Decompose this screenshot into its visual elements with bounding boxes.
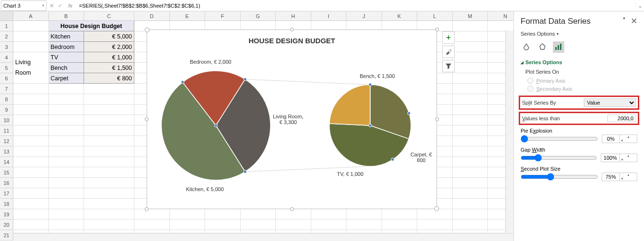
cell[interactable] <box>13 188 49 199</box>
chart-plot-area[interactable]: Bedroom, € 2,000Living Room,€ 3,300Kitch… <box>147 45 437 202</box>
cell[interactable]: € 1,500 <box>84 63 134 73</box>
col-header[interactable]: L <box>417 11 453 20</box>
cell[interactable] <box>205 209 241 220</box>
col-header[interactable]: F <box>205 11 241 20</box>
chart-styles-button[interactable]: 🖌 <box>442 46 455 58</box>
col-header[interactable]: M <box>453 11 488 20</box>
cell[interactable] <box>84 94 134 105</box>
expand-formula-icon[interactable]: ⌄ <box>635 2 644 9</box>
values-less-than-input[interactable] <box>607 115 636 122</box>
cell[interactable] <box>241 209 276 220</box>
second-plot-size-value[interactable]: 75%▲▼ <box>602 173 637 181</box>
col-header[interactable]: E <box>170 11 205 20</box>
formula-input[interactable] <box>76 3 635 9</box>
cell[interactable] <box>84 199 134 209</box>
row-header[interactable]: 10 <box>0 115 13 125</box>
row-header[interactable]: 19 <box>0 209 13 220</box>
cell[interactable] <box>13 42 49 52</box>
merged-cell[interactable]: LivingRoom <box>13 52 49 84</box>
cell[interactable]: House Design Budget <box>49 21 135 31</box>
cell[interactable] <box>13 209 49 220</box>
pie-explosion-value[interactable]: 0%▲▼ <box>602 135 637 143</box>
cell[interactable] <box>453 178 488 188</box>
cell[interactable] <box>241 220 276 230</box>
col-header[interactable]: B <box>49 11 84 20</box>
fx-icon[interactable]: fx <box>68 3 73 9</box>
cell[interactable] <box>49 115 84 125</box>
split-series-by-select[interactable]: Value <box>584 98 636 107</box>
row-header[interactable]: 16 <box>0 178 13 188</box>
cell[interactable] <box>453 199 488 209</box>
cell[interactable] <box>13 84 49 94</box>
resize-handle[interactable] <box>290 207 294 211</box>
row-header[interactable]: 18 <box>0 199 13 209</box>
cell[interactable] <box>170 209 205 220</box>
cell[interactable]: Kitchen <box>49 31 84 42</box>
pane-subtitle[interactable]: Series Options <box>521 31 637 37</box>
effects-icon[interactable] <box>537 41 548 53</box>
cell[interactable] <box>49 125 84 136</box>
cell[interactable] <box>453 52 488 63</box>
cell[interactable] <box>13 146 49 157</box>
cell[interactable] <box>49 167 84 178</box>
name-box[interactable]: Chart 3 ▾ <box>1 0 47 11</box>
cell[interactable] <box>205 220 241 230</box>
row-header[interactable]: 20 <box>0 220 13 230</box>
cell[interactable] <box>417 220 453 230</box>
cell[interactable] <box>311 220 347 230</box>
col-header[interactable]: G <box>241 11 276 20</box>
cell[interactable] <box>49 209 84 220</box>
chevron-down-icon[interactable]: ▾ <box>42 3 44 8</box>
chart-title[interactable]: HOUSE DESIGN BUDGET <box>147 37 437 45</box>
row-header[interactable]: 7 <box>0 84 13 94</box>
cell[interactable] <box>84 115 134 125</box>
cell[interactable] <box>49 146 84 157</box>
cell[interactable]: Bench <box>49 63 84 73</box>
cell[interactable] <box>13 31 49 42</box>
cell[interactable] <box>453 146 488 157</box>
cell[interactable] <box>49 105 84 115</box>
data-label[interactable]: Bedroom, € 2,000 <box>190 59 231 65</box>
cell[interactable] <box>170 220 205 230</box>
cell[interactable] <box>49 220 84 230</box>
row-header[interactable]: 12 <box>0 136 13 146</box>
cell[interactable] <box>49 188 84 199</box>
row-header[interactable]: 17 <box>0 188 13 199</box>
cell[interactable]: € 800 <box>84 73 134 84</box>
data-label[interactable]: Bench, € 1,500 <box>360 73 395 79</box>
row-header[interactable]: 1 <box>0 21 13 31</box>
cell[interactable] <box>13 115 49 125</box>
cell[interactable] <box>13 94 49 105</box>
cell[interactable] <box>134 220 170 230</box>
cell[interactable] <box>84 209 134 220</box>
cell[interactable] <box>382 209 418 220</box>
cell[interactable] <box>453 167 488 178</box>
gap-width-value[interactable]: 100%▲▼ <box>601 154 637 162</box>
cell[interactable] <box>84 146 134 157</box>
second-plot-size-slider[interactable] <box>521 173 598 181</box>
resize-handle[interactable] <box>145 207 149 211</box>
close-icon[interactable]: ✕ <box>631 16 637 26</box>
col-header[interactable]: H <box>276 11 311 20</box>
cell[interactable] <box>13 125 49 136</box>
cell[interactable] <box>276 209 311 220</box>
row-header[interactable]: 9 <box>0 105 13 115</box>
cell[interactable] <box>84 125 134 136</box>
cell[interactable] <box>13 157 49 167</box>
cell[interactable] <box>453 188 488 199</box>
cell[interactable] <box>453 157 488 167</box>
row-header[interactable]: 6 <box>0 73 13 84</box>
cell[interactable] <box>49 178 84 188</box>
cell[interactable] <box>13 21 49 31</box>
cell[interactable] <box>453 31 488 42</box>
cell[interactable] <box>13 105 49 115</box>
row-header[interactable]: 14 <box>0 157 13 167</box>
cell[interactable] <box>453 21 488 31</box>
data-label[interactable]: Carpet, € 800 <box>406 152 437 163</box>
cell[interactable] <box>453 42 488 52</box>
cell[interactable] <box>276 220 311 230</box>
cell[interactable] <box>346 220 382 230</box>
data-label[interactable]: TV, € 1,000 <box>337 171 364 177</box>
chart-elements-button[interactable]: + <box>442 31 455 44</box>
cell[interactable] <box>49 84 84 94</box>
